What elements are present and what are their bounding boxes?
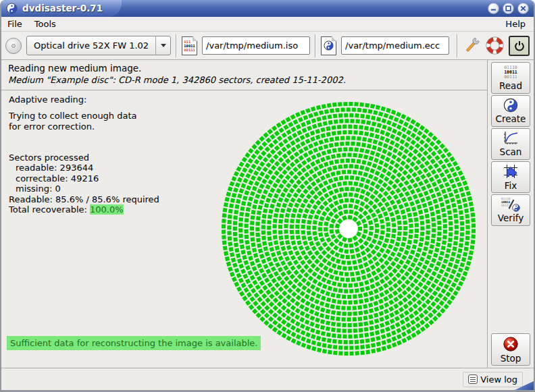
minimize-icon bbox=[490, 5, 496, 11]
status-line-2: Medium "Example disc": CD-R mode 1, 3428… bbox=[8, 75, 482, 85]
toolbar-separator bbox=[176, 34, 177, 57]
stop-icon bbox=[503, 336, 519, 352]
create-label: Create bbox=[496, 113, 526, 124]
ecc-file-icon bbox=[321, 36, 336, 55]
yinyang-icon bbox=[512, 204, 520, 212]
menu-file[interactable]: File bbox=[1, 18, 28, 30]
menu-bar: File Tools Help bbox=[1, 17, 534, 32]
status-bar: View log bbox=[1, 368, 534, 390]
menu-tools[interactable]: Tools bbox=[28, 18, 62, 30]
disc-visualization bbox=[213, 94, 484, 364]
maximize-button[interactable] bbox=[503, 3, 514, 14]
read-label: Read bbox=[499, 80, 522, 91]
total-recoverable-label: Total recoverable: bbox=[9, 204, 90, 215]
verify-label: Verify bbox=[498, 213, 524, 223]
maximize-icon bbox=[505, 5, 511, 11]
description-line-2: for error correction. bbox=[9, 121, 211, 132]
verify-button[interactable]: 01110 10011 00111 Verify bbox=[491, 194, 530, 226]
app-yinyang-icon bbox=[6, 3, 18, 14]
status-line-1: Reading new medium image. bbox=[8, 63, 482, 74]
view-log-label: View log bbox=[480, 374, 517, 385]
toolbar-separator bbox=[315, 34, 316, 57]
close-button[interactable] bbox=[517, 3, 529, 14]
sectors-missing: missing: 0 bbox=[9, 184, 211, 194]
info-panel: Adaptive reading: Trying to collect enou… bbox=[9, 94, 211, 215]
title-bar[interactable]: dvdisaster-0.71 bbox=[1, 0, 534, 17]
log-icon bbox=[468, 374, 478, 384]
chevron-down-icon bbox=[161, 44, 166, 47]
optical-drive-icon bbox=[5, 38, 22, 54]
verify-icon: 01110 10011 00111 bbox=[501, 197, 520, 212]
sectors-correctable: correctable: 49216 bbox=[9, 173, 211, 184]
yinyang-icon bbox=[503, 98, 518, 113]
stop-label: Stop bbox=[501, 353, 521, 364]
description-line-1: Trying to collect enough data bbox=[9, 111, 211, 121]
read-button[interactable]: 01110 10011 00111 Read bbox=[491, 62, 530, 94]
drive-selector-value: Optical drive 52X FW 1.02 bbox=[27, 40, 155, 51]
puzzle-icon bbox=[503, 163, 519, 179]
scan-label: Scan bbox=[500, 146, 522, 157]
lifebelt-icon[interactable] bbox=[486, 36, 504, 55]
toolbar: Optical drive 52X FW 1.02 011 10011 0011… bbox=[1, 32, 534, 60]
drive-selector-arrow[interactable] bbox=[155, 36, 170, 55]
fix-button[interactable]: Fix bbox=[491, 161, 530, 193]
power-icon bbox=[513, 39, 526, 53]
close-icon bbox=[520, 5, 526, 11]
window-title: dvdisaster-0.71 bbox=[22, 3, 103, 13]
sectors-title: Sectors processed bbox=[9, 152, 211, 163]
total-recoverable-row: Total recoverable: 100.0% bbox=[9, 204, 211, 215]
create-button[interactable]: Create bbox=[491, 95, 530, 127]
minimize-button[interactable] bbox=[488, 3, 499, 14]
scan-button[interactable]: Scan bbox=[491, 128, 530, 160]
menu-help[interactable]: Help bbox=[497, 18, 534, 30]
stop-button[interactable]: Stop bbox=[491, 333, 530, 366]
yinyang-icon bbox=[324, 40, 334, 51]
reading-mode-label: Adaptive reading: bbox=[9, 94, 211, 105]
sectors-readable: readable: 293644 bbox=[9, 163, 211, 173]
app-window: dvdisaster-0.71 File Tools Help Optical bbox=[0, 0, 535, 392]
quit-button[interactable] bbox=[509, 36, 530, 56]
status-header: Reading new medium image. Medium "Exampl… bbox=[1, 60, 488, 90]
drive-selector[interactable]: Optical drive 52X FW 1.02 bbox=[26, 36, 171, 55]
image-file-input[interactable] bbox=[202, 36, 310, 55]
view-log-button[interactable]: View log bbox=[463, 372, 523, 387]
image-file-icon: 011 10011 00111 bbox=[182, 36, 197, 55]
wrench-icon[interactable] bbox=[463, 36, 481, 55]
action-sidebar: 01110 10011 00111 Read Create Scan bbox=[487, 60, 534, 368]
toolbar-separator bbox=[457, 34, 458, 57]
total-recoverable-value: 100.0% bbox=[90, 204, 124, 215]
binary-icon: 01110 10011 00111 bbox=[504, 65, 517, 80]
fix-label: Fix bbox=[505, 180, 517, 191]
chart-icon bbox=[503, 131, 519, 146]
readable-summary: Readable: 85.6% / 85.6% required bbox=[9, 194, 211, 205]
ecc-file-input[interactable] bbox=[341, 36, 449, 55]
